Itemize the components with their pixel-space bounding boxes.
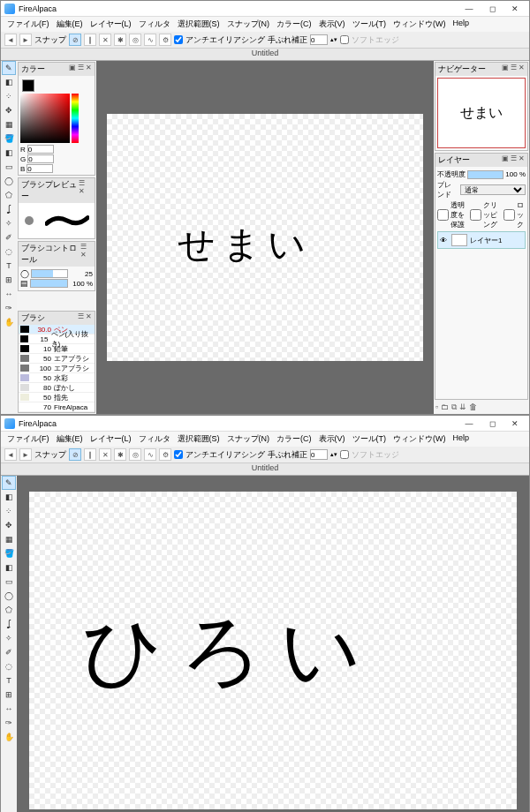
menu-tool[interactable]: ツール(T) <box>350 432 390 446</box>
panel-close-icon[interactable]: ▣ ☰ ✕ <box>502 64 525 75</box>
select-rect-tool[interactable]: ▭ <box>2 575 16 589</box>
nav-forward-button[interactable]: ► <box>19 448 32 461</box>
brush-list-item[interactable]: 50指先 <box>19 393 95 402</box>
fill-tool[interactable]: ▦ <box>2 117 16 132</box>
lasso-tool[interactable]: ʆ <box>2 202 16 216</box>
snap-cross-button[interactable]: ✕ <box>99 34 111 46</box>
panel-close-icon[interactable]: ☰ ✕ <box>80 243 92 266</box>
divide-tool[interactable]: ⊞ <box>2 688 16 702</box>
brush-size-slider[interactable] <box>31 269 68 278</box>
navigator-view[interactable]: せまい <box>437 78 526 148</box>
new-layer-button[interactable]: ▫ <box>435 402 438 412</box>
eraser-tool[interactable]: ◧ <box>2 490 16 504</box>
selectpen-tool[interactable]: ✐ <box>2 645 16 659</box>
magicwand-tool[interactable]: ✧ <box>2 216 16 230</box>
layer-item[interactable]: 👁 レイヤー1 <box>437 231 526 249</box>
snap-vanish-button[interactable]: ✱ <box>114 448 126 461</box>
bucket-tool[interactable]: 🪣 <box>2 546 16 560</box>
menu-select[interactable]: 選択範囲(S) <box>175 432 223 446</box>
select-ellipse-tool[interactable]: ◯ <box>2 589 16 603</box>
blend-select[interactable]: 通常 <box>460 184 526 195</box>
snap-off-button[interactable]: ⊘ <box>69 34 81 46</box>
brush-tool[interactable]: ✎ <box>2 476 16 490</box>
menu-edit[interactable]: 編集(E) <box>54 432 86 446</box>
color-field[interactable] <box>20 94 70 143</box>
minimize-button[interactable]: — <box>458 3 480 15</box>
snap-off-button[interactable]: ⊘ <box>69 448 81 461</box>
softedge-checkbox[interactable] <box>340 450 349 459</box>
hue-slider[interactable] <box>72 94 79 143</box>
menu-layer[interactable]: レイヤー(L) <box>87 18 134 31</box>
nav-back-button[interactable]: ◄ <box>4 34 17 46</box>
new-folder-button[interactable]: 🗀 <box>441 402 449 412</box>
brush-list-item[interactable]: 100エアブラシ <box>19 364 95 373</box>
foreground-swatch[interactable] <box>22 79 34 92</box>
snap-settings-button[interactable]: ⚙ <box>159 34 171 46</box>
canvas-area[interactable]: せまい <box>96 61 434 414</box>
canvas[interactable]: ひろい <box>29 492 517 809</box>
menu-select[interactable]: 選択範囲(S) <box>175 18 223 31</box>
bucket-tool[interactable]: 🪣 <box>2 132 16 146</box>
eraser-tool[interactable]: ◧ <box>2 75 16 89</box>
brush-list-item[interactable]: 80ぼかし <box>19 383 95 393</box>
menu-window[interactable]: ウィンドウ(W) <box>390 432 449 446</box>
canvas-area[interactable]: ひろい <box>17 476 529 812</box>
operate-tool[interactable]: ↔ <box>2 702 16 716</box>
nav-back-button[interactable]: ◄ <box>4 448 17 461</box>
select-rect-tool[interactable]: ▭ <box>2 160 16 174</box>
brush-opacity-slider[interactable] <box>30 279 68 288</box>
menu-window[interactable]: ウィンドウ(W) <box>390 18 449 31</box>
operate-tool[interactable]: ↔ <box>2 287 16 301</box>
brush-list-item[interactable]: 15ペン(入り抜き) <box>19 335 95 344</box>
snap-parallel-button[interactable]: ∥ <box>84 34 96 46</box>
menu-help[interactable]: Help <box>450 432 473 446</box>
g-input[interactable] <box>27 154 54 163</box>
minimize-button[interactable]: — <box>458 417 480 430</box>
menu-color[interactable]: カラー(C) <box>274 18 314 31</box>
snap-curve-button[interactable]: ∿ <box>144 34 156 46</box>
move-tool[interactable]: ✥ <box>2 518 16 532</box>
snap-radial-button[interactable]: ◎ <box>129 448 141 461</box>
menu-file[interactable]: ファイル(F) <box>4 432 52 446</box>
maximize-button[interactable]: ◻ <box>481 3 503 15</box>
menu-snap[interactable]: スナップ(N) <box>224 18 273 31</box>
brush-list-item[interactable]: 70FireAlpaca <box>19 402 95 412</box>
shake-stepper-icon[interactable]: ▴▾ <box>330 451 337 458</box>
fill-tool[interactable]: ▦ <box>2 532 16 546</box>
duplicate-layer-button[interactable]: ⧉ <box>451 402 457 412</box>
dot-tool[interactable]: ⁘ <box>2 89 16 103</box>
eyedropper-tool[interactable]: ✑ <box>2 301 16 315</box>
selecterase-tool[interactable]: ◌ <box>2 659 16 673</box>
menu-filter[interactable]: フィルタ <box>136 18 173 31</box>
select-ellipse-tool[interactable]: ◯ <box>2 174 16 188</box>
document-tab[interactable]: Untitled <box>1 463 529 476</box>
softedge-checkbox[interactable] <box>340 35 349 44</box>
panel-menu-icon[interactable]: ▣ ☰ ✕ <box>69 64 92 75</box>
hand-tool[interactable]: ✋ <box>2 315 16 329</box>
hand-tool[interactable]: ✋ <box>2 730 16 744</box>
lock-checkbox[interactable] <box>504 209 515 221</box>
gradient-tool[interactable]: ◧ <box>2 146 16 160</box>
close-button[interactable]: ✕ <box>504 417 526 430</box>
antialias-checkbox[interactable] <box>174 450 183 459</box>
antialias-checkbox[interactable] <box>174 35 183 44</box>
magicwand-tool[interactable]: ✧ <box>2 631 16 645</box>
merge-layer-button[interactable]: ⇊ <box>459 402 466 412</box>
menu-layer[interactable]: レイヤー(L) <box>87 432 134 446</box>
visibility-icon[interactable]: 👁 <box>440 237 449 244</box>
menu-color[interactable]: カラー(C) <box>274 432 314 446</box>
b-input[interactable] <box>26 164 53 173</box>
menu-file[interactable]: ファイル(F) <box>4 18 52 31</box>
panel-close-icon[interactable]: ☰ ✕ <box>78 312 92 324</box>
panel-close-icon[interactable]: ☰ ✕ <box>79 179 92 202</box>
menu-filter[interactable]: フィルタ <box>136 432 173 446</box>
selecterase-tool[interactable]: ◌ <box>2 244 16 259</box>
menu-snap[interactable]: スナップ(N) <box>224 432 273 446</box>
close-button[interactable]: ✕ <box>504 3 526 15</box>
menu-help[interactable]: Help <box>450 18 473 31</box>
dot-tool[interactable]: ⁘ <box>2 504 16 518</box>
move-tool[interactable]: ✥ <box>2 103 16 117</box>
menu-view[interactable]: 表示(V) <box>316 432 348 446</box>
lasso-tool[interactable]: ʆ <box>2 617 16 631</box>
snap-radial-button[interactable]: ◎ <box>129 34 141 46</box>
